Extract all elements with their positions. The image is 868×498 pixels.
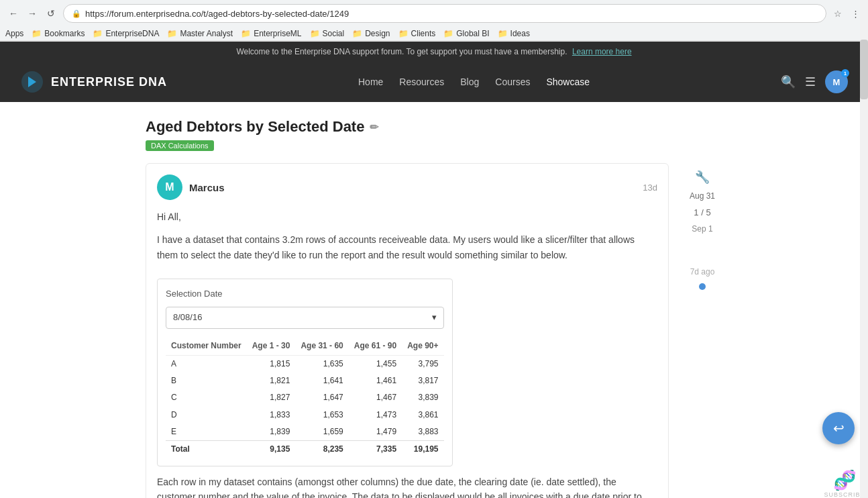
nav-blog[interactable]: Blog	[460, 77, 479, 87]
site-nav: Home Resources Blog Courses Showcase	[358, 77, 590, 87]
nav-courses[interactable]: Courses	[495, 77, 530, 87]
bookmark-label: Ideas	[510, 29, 530, 38]
bookmark-ideas[interactable]: 📁 Ideas	[498, 29, 530, 38]
selection-table-wrap: Selection Date 8/08/16 ▾ Customer Number…	[157, 279, 453, 466]
table-total-cell: 9,135	[247, 440, 296, 458]
bookmark-label: Bookmarks	[44, 29, 85, 38]
bookmark-master-analyst[interactable]: 📁 Master Analyst	[167, 29, 233, 38]
forward-button[interactable]: →	[24, 5, 40, 21]
table-cell: 1,815	[247, 355, 296, 372]
chevron-down-icon: ▾	[432, 311, 437, 325]
apps-label: Apps	[5, 29, 23, 38]
table-total-cell: 8,235	[295, 440, 348, 458]
post-author: M Marcus	[157, 175, 225, 200]
post-date: 13d	[643, 183, 657, 193]
table-cell: D	[166, 407, 247, 424]
star-icon[interactable]: ☆	[830, 6, 845, 21]
post-title-text: Aged Debtors by Selected Date	[146, 118, 364, 136]
page-container: Aged Debtors by Selected Date ✏ DAX Calc…	[132, 102, 736, 498]
scrollbar-track[interactable]	[860, 0, 868, 498]
selection-label: Selection Date	[166, 287, 444, 301]
sidebar-tool-icon[interactable]: 🔧	[695, 170, 710, 185]
bookmark-clients[interactable]: 📁 Clients	[398, 29, 436, 38]
site-logo[interactable]: ENTERPRISE DNA	[20, 70, 167, 94]
table-total-cell: 19,195	[402, 440, 443, 458]
category-badge[interactable]: DAX Calculations	[146, 140, 214, 151]
folder-icon: 📁	[32, 29, 42, 38]
post-username[interactable]: Marcus	[189, 182, 225, 193]
table-cell: 1,821	[247, 372, 296, 389]
folder-icon: 📁	[498, 29, 508, 38]
logo-icon	[20, 70, 44, 94]
sidebar-pagination: 1 / 5	[694, 207, 710, 217]
announcement-bar: Welcome to the Enterprise DNA support fo…	[0, 42, 868, 62]
table-cell: 1,473	[349, 407, 402, 424]
table-cell: C	[166, 389, 247, 406]
table-cell: 1,659	[295, 424, 348, 441]
search-icon[interactable]: 🔍	[781, 74, 796, 89]
browser-actions: ☆ ⋮	[830, 6, 863, 21]
table-cell: 1,839	[247, 424, 296, 441]
table-total-row: Total9,1358,2357,33519,195	[166, 440, 444, 458]
bookmark-bookmarks[interactable]: 📁 Bookmarks	[32, 29, 85, 38]
table-cell: A	[166, 355, 247, 372]
reply-fab-icon: ↩	[833, 420, 845, 436]
edit-icon[interactable]: ✏	[370, 121, 378, 134]
folder-icon: 📁	[241, 29, 251, 38]
date-dropdown[interactable]: 8/08/16 ▾	[166, 307, 444, 329]
nav-resources[interactable]: Resources	[399, 77, 444, 87]
table-cell: 1,455	[349, 355, 402, 372]
table-cell: 1,647	[295, 389, 348, 406]
table-cell: 1,635	[295, 355, 348, 372]
scrollbar-thumb[interactable]	[860, 40, 868, 99]
site-header: ENTERPRISE DNA Home Resources Blog Cours…	[0, 62, 868, 102]
table-total-cell: Total	[166, 440, 247, 458]
date-value: 8/08/16	[173, 311, 202, 325]
post-header: M Marcus 13d	[157, 175, 657, 200]
back-button[interactable]: ←	[5, 5, 21, 21]
table-cell: 3,817	[402, 372, 443, 389]
bookmark-label: EnterpriseML	[254, 29, 301, 38]
header-right: 🔍 ☰ M 1	[781, 70, 848, 93]
url-text: https://forum.enterprisedna.co/t/aged-de…	[85, 9, 818, 19]
table-cell: E	[166, 424, 247, 441]
table-cell: 3,861	[402, 407, 443, 424]
sidebar-date2: Sep 1	[692, 224, 712, 234]
bookmark-enterpriseml[interactable]: 📁 EnterpriseML	[241, 29, 301, 38]
navigation-buttons: ← → ↺	[5, 5, 59, 21]
table-row: D1,8331,6531,4733,861	[166, 407, 444, 424]
bookmark-design[interactable]: 📁 Design	[352, 29, 390, 38]
sidebar: 🔧 Aug 31 1 / 5 Sep 1 7d ago	[682, 163, 722, 498]
nav-showcase[interactable]: Showcase	[546, 77, 590, 87]
bookmark-label: Master Analyst	[180, 29, 233, 38]
reply-fab[interactable]: ↩	[822, 412, 855, 444]
folder-icon: 📁	[398, 29, 409, 38]
sidebar-dot	[699, 283, 706, 290]
avatar[interactable]: M 1	[825, 70, 848, 93]
announcement-text: Welcome to the Enterprise DNA support fo…	[236, 47, 567, 56]
aged-debtors-table: Customer Number Age 1 - 30 Age 31 - 60 A…	[166, 337, 444, 458]
folder-icon: 📁	[352, 29, 362, 38]
col-header-customer: Customer Number	[166, 337, 247, 356]
table-cell: 1,827	[247, 389, 296, 406]
browser-chrome: ← → ↺ 🔒 https://forum.enterprisedna.co/t…	[0, 0, 868, 42]
post-body2: Each row in my dataset contains (amongst…	[157, 475, 657, 498]
bookmark-label: Social	[323, 29, 345, 38]
apps-bookmark[interactable]: Apps	[5, 29, 23, 38]
bookmark-enterprisedna[interactable]: 📁 EnterpriseDNA	[93, 29, 159, 38]
nav-home[interactable]: Home	[358, 77, 383, 87]
bookmark-global-bi[interactable]: 📁 Global BI	[443, 29, 489, 38]
post-card: M Marcus 13d Hi All, I have a dataset th…	[146, 163, 669, 498]
reload-button[interactable]: ↺	[43, 5, 59, 21]
table-row: B1,8211,6411,4613,817	[166, 372, 444, 389]
col-header-age1: Age 1 - 30	[247, 337, 296, 356]
sidebar-date1: Aug 31	[690, 191, 715, 201]
table-row: A1,8151,6351,4553,795	[166, 355, 444, 372]
announcement-link[interactable]: Learn more here	[572, 47, 632, 56]
address-bar[interactable]: 🔒 https://forum.enterprisedna.co/t/aged-…	[63, 4, 826, 23]
menu-icon[interactable]: ☰	[805, 74, 816, 89]
post-avatar: M	[157, 175, 182, 200]
bookmark-social[interactable]: 📁 Social	[310, 29, 345, 38]
col-header-age3: Age 61 - 90	[349, 337, 402, 356]
table-total-cell: 7,335	[349, 440, 402, 458]
